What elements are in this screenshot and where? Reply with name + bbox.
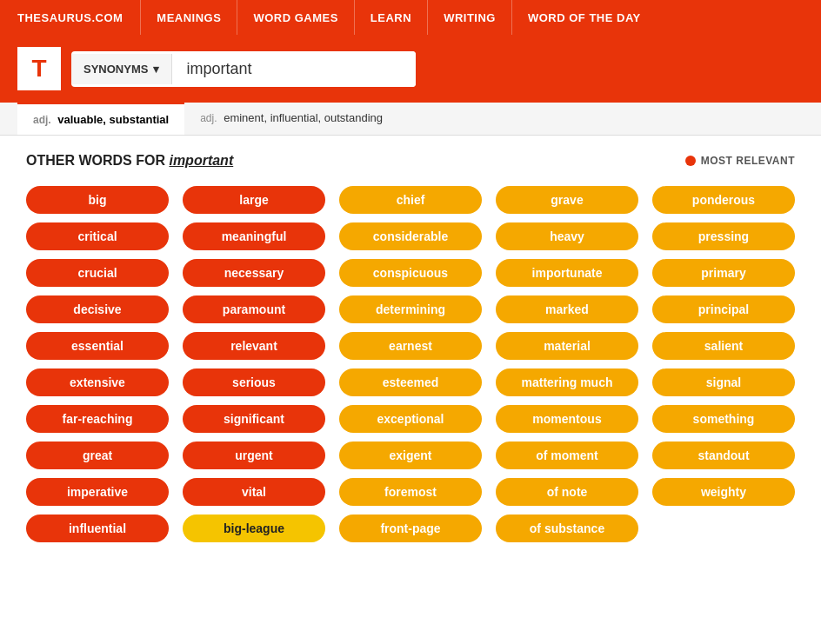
word-tag-grave[interactable]: grave xyxy=(496,186,638,214)
word-column-1: big critical crucial decisive essential … xyxy=(26,186,169,542)
word-tag-paramount[interactable]: paramount xyxy=(183,295,325,323)
word-tag-marked[interactable]: marked xyxy=(496,295,638,323)
word-tag-significant[interactable]: significant xyxy=(183,405,325,433)
synonyms-dropdown[interactable]: SYNONYMS ▾ xyxy=(71,54,172,84)
word-tag-something[interactable]: something xyxy=(652,405,795,433)
word-tag-large[interactable]: large xyxy=(183,186,325,214)
word-column-3: chief considerable conspicuous determini… xyxy=(339,186,482,542)
site-logo[interactable]: THESAURUS.COM xyxy=(17,11,123,24)
synonyms-label: SYNONYMS xyxy=(83,63,148,76)
word-tag-relevant[interactable]: relevant xyxy=(183,332,325,360)
word-tag-far-reaching[interactable]: far-reaching xyxy=(26,405,169,433)
nav-meanings[interactable]: MEANINGS xyxy=(140,0,237,35)
nav-items: MEANINGS WORD GAMES LEARN WRITING WORD O… xyxy=(140,0,656,35)
word-tag-mattering-much[interactable]: mattering much xyxy=(496,368,638,396)
section-title-word[interactable]: important xyxy=(169,153,233,168)
word-column-4: grave heavy importunate marked material … xyxy=(496,186,638,542)
word-tag-momentous[interactable]: momentous xyxy=(496,405,638,433)
top-navigation: THESAURUS.COM MEANINGS WORD GAMES LEARN … xyxy=(0,0,821,35)
word-tag-crucial[interactable]: crucial xyxy=(26,259,169,287)
word-tag-imperative[interactable]: imperative xyxy=(26,478,169,506)
main-content: OTHER WORDS FOR important MOST RELEVANT … xyxy=(0,136,821,560)
word-tag-signal[interactable]: signal xyxy=(652,368,795,396)
word-tag-front-page[interactable]: front-page xyxy=(339,515,482,542)
logo-area: THESAURUS.COM xyxy=(0,11,140,24)
word-tag-conspicuous[interactable]: conspicuous xyxy=(339,259,482,287)
word-tag-big-league[interactable]: big-league xyxy=(183,515,325,542)
relevance-dot-icon xyxy=(685,156,696,166)
word-tag-of-note[interactable]: of note xyxy=(496,478,638,506)
word-tag-of-moment[interactable]: of moment xyxy=(496,442,638,469)
word-tag-considerable[interactable]: considerable xyxy=(339,222,482,250)
word-tag-critical[interactable]: critical xyxy=(26,222,169,250)
word-tag-foremost[interactable]: foremost xyxy=(339,478,482,506)
word-tag-urgent[interactable]: urgent xyxy=(183,442,325,469)
section-title-prefix: OTHER WORDS FOR xyxy=(26,153,169,168)
word-tag-determining[interactable]: determining xyxy=(339,295,482,323)
section-title: OTHER WORDS FOR important xyxy=(26,153,233,169)
word-tag-primary[interactable]: primary xyxy=(652,259,795,287)
word-tag-importunate[interactable]: importunate xyxy=(496,259,638,287)
tabs-area: adj. valuable, substantial adj. eminent,… xyxy=(0,103,821,136)
word-tag-principal[interactable]: principal xyxy=(652,295,795,323)
tab-eminent-influential[interactable]: adj. eminent, influential, outstanding xyxy=(184,103,398,135)
word-tag-great[interactable]: great xyxy=(26,442,169,469)
word-tag-chief[interactable]: chief xyxy=(339,186,482,214)
word-tag-vital[interactable]: vital xyxy=(183,478,325,506)
word-tag-big[interactable]: big xyxy=(26,186,169,214)
word-tag-serious[interactable]: serious xyxy=(183,368,325,396)
search-input[interactable] xyxy=(172,51,416,87)
word-tag-essential[interactable]: essential xyxy=(26,332,169,360)
word-column-2: large meaningful necessary paramount rel… xyxy=(183,186,325,542)
word-tag-material[interactable]: material xyxy=(496,332,638,360)
word-tag-standout[interactable]: standout xyxy=(652,442,795,469)
word-tag-ponderous[interactable]: ponderous xyxy=(652,186,795,214)
word-column-5: ponderous pressing primary principal sal… xyxy=(652,186,795,506)
word-tag-pressing[interactable]: pressing xyxy=(652,222,795,250)
word-tag-weighty[interactable]: weighty xyxy=(652,478,795,506)
search-area: T SYNONYMS ▾ xyxy=(0,35,821,103)
word-tag-extensive[interactable]: extensive xyxy=(26,368,169,396)
word-tag-decisive[interactable]: decisive xyxy=(26,295,169,323)
relevance-label: MOST RELEVANT xyxy=(701,155,795,167)
nav-learn[interactable]: LEARN xyxy=(354,0,427,35)
word-tag-necessary[interactable]: necessary xyxy=(183,259,325,287)
brand-logo-icon: T xyxy=(17,47,61,90)
word-tag-exigent[interactable]: exigent xyxy=(339,442,482,469)
words-grid: big critical crucial decisive essential … xyxy=(26,186,795,542)
dropdown-chevron-icon: ▾ xyxy=(153,63,159,76)
nav-writing[interactable]: WRITING xyxy=(427,0,511,35)
word-tag-earnest[interactable]: earnest xyxy=(339,332,482,360)
word-tag-of-substance[interactable]: of substance xyxy=(496,515,638,542)
word-tag-exceptional[interactable]: exceptional xyxy=(339,405,482,433)
word-tag-salient[interactable]: salient xyxy=(652,332,795,360)
nav-word-games[interactable]: WORD GAMES xyxy=(237,0,353,35)
nav-word-of-the-day[interactable]: WORD OF THE DAY xyxy=(511,0,657,35)
word-tag-heavy[interactable]: heavy xyxy=(496,222,638,250)
tab-valuable-substantial[interactable]: adj. valuable, substantial xyxy=(17,103,184,135)
word-tag-influential[interactable]: influential xyxy=(26,515,169,542)
relevance-legend: MOST RELEVANT xyxy=(685,155,795,167)
word-tag-meaningful[interactable]: meaningful xyxy=(183,222,325,250)
section-header: OTHER WORDS FOR important MOST RELEVANT xyxy=(26,153,795,169)
word-tag-esteemed[interactable]: esteemed xyxy=(339,368,482,396)
search-box: SYNONYMS ▾ xyxy=(71,51,416,87)
